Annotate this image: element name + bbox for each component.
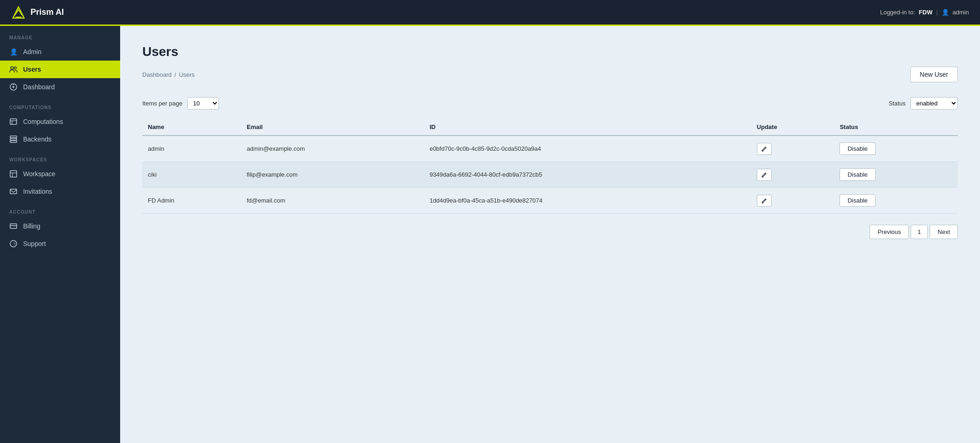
svg-point-2 xyxy=(11,67,13,69)
svg-text:?: ? xyxy=(13,242,16,246)
support-icon: ? xyxy=(9,240,18,248)
pagination: Previous 1 Next xyxy=(142,225,958,239)
table-row: FD Adminfd@email.com1dd4d9ea-bf0a-45ca-a… xyxy=(142,188,958,214)
row-2-status: Disable xyxy=(834,188,958,214)
sidebar-item-label-workspace: Workspace xyxy=(23,170,55,178)
breadcrumb-row: Dashboard / Users New User xyxy=(142,67,958,82)
sidebar-item-backends[interactable]: Backends xyxy=(0,130,120,148)
row-2-id: 1dd4d9ea-bf0a-45ca-a51b-e490de827074 xyxy=(424,188,751,214)
previous-button[interactable]: Previous xyxy=(870,225,909,239)
sidebar-item-support[interactable]: ?Support xyxy=(0,235,120,252)
users-icon xyxy=(9,65,18,74)
user-icon: 👤 xyxy=(942,9,949,16)
users-table: NameEmailIDUpdateStatus adminadmin@examp… xyxy=(142,119,958,214)
svg-rect-16 xyxy=(10,189,17,194)
next-button[interactable]: Next xyxy=(930,225,958,239)
breadcrumb-dashboard[interactable]: Dashboard xyxy=(142,71,172,78)
svg-rect-11 xyxy=(10,138,17,140)
col-header-name: Name xyxy=(142,119,241,135)
controls-row: Items per page 10 25 50 Status enabled d… xyxy=(142,97,958,110)
row-0-email: admin@example.com xyxy=(241,135,424,162)
table-header: NameEmailIDUpdateStatus xyxy=(142,119,958,135)
sidebar-section-manage: MANAGE xyxy=(0,26,120,43)
svg-rect-10 xyxy=(10,136,17,138)
sidebar-item-label-backends: Backends xyxy=(23,135,51,143)
table-header-row: NameEmailIDUpdateStatus xyxy=(142,119,958,135)
sidebar-section-account: ACCOUNT xyxy=(0,200,120,217)
svg-rect-17 xyxy=(10,224,17,228)
new-user-button[interactable]: New User xyxy=(910,67,958,82)
sidebar-item-label-billing: Billing xyxy=(23,222,40,230)
sidebar-item-label-users: Users xyxy=(23,66,41,73)
sidebar-item-label-dashboard: Dashboard xyxy=(23,83,55,91)
edit-button-1[interactable] xyxy=(757,169,772,181)
svg-rect-13 xyxy=(10,171,17,177)
breadcrumb-sep: / xyxy=(175,71,177,78)
topbar: Prism AI Logged-in to: FDW | 👤 admin xyxy=(0,0,980,26)
sidebar-item-label-invitations: Invitations xyxy=(23,188,52,195)
sidebar-item-label-support: Support xyxy=(23,240,46,247)
col-header-id: ID xyxy=(424,119,751,135)
row-0-id: e0bfd70c-9c0b-4c85-9d2c-0cda5020a9a4 xyxy=(424,135,751,162)
topbar-user-info: Logged-in to: FDW | 👤 admin xyxy=(880,9,969,16)
svg-rect-7 xyxy=(10,119,17,124)
row-0-status: Disable xyxy=(834,135,958,162)
items-per-page-select[interactable]: 10 25 50 xyxy=(187,97,219,110)
disable-button-2[interactable]: Disable xyxy=(840,194,875,207)
workspace-name: FDW xyxy=(919,9,933,16)
svg-point-5 xyxy=(12,86,14,88)
breadcrumb: Dashboard / Users xyxy=(142,71,195,78)
sidebar-item-admin[interactable]: 👤Admin xyxy=(0,43,120,61)
row-0-update xyxy=(751,135,834,162)
sidebar-section-computations: COMPUTATIONS xyxy=(0,96,120,113)
main-content: Users Dashboard / Users New User Items p… xyxy=(120,26,980,443)
person-icon: 👤 xyxy=(9,48,18,56)
items-per-page-label: Items per page xyxy=(142,100,183,107)
sidebar: MANAGE👤AdminUsersDashboardCOMPUTATIONSCo… xyxy=(0,26,120,443)
logo-icon xyxy=(11,5,26,20)
logged-in-label: Logged-in to: xyxy=(880,9,915,16)
row-2-update xyxy=(751,188,834,214)
billing-icon xyxy=(9,222,18,230)
sidebar-item-workspace[interactable]: Workspace xyxy=(0,165,120,183)
svg-point-3 xyxy=(14,67,17,69)
row-1-id: 9349da6a-6692-4044-80cf-edb9a7372cb5 xyxy=(424,162,751,188)
table-row: cikifilip@example.com9349da6a-6692-4044-… xyxy=(142,162,958,188)
username: admin xyxy=(953,9,969,16)
items-per-page-control: Items per page 10 25 50 xyxy=(142,97,219,110)
breadcrumb-users: Users xyxy=(179,71,195,78)
table-row: adminadmin@example.come0bfd70c-9c0b-4c85… xyxy=(142,135,958,162)
svg-rect-12 xyxy=(10,141,17,142)
row-1-status: Disable xyxy=(834,162,958,188)
status-label: Status xyxy=(889,100,906,107)
sidebar-section-workspaces: WORKSPACES xyxy=(0,148,120,165)
status-select[interactable]: enabled disabled all xyxy=(910,97,958,110)
sidebar-item-invitations[interactable]: Invitations xyxy=(0,183,120,200)
edit-button-2[interactable] xyxy=(757,195,772,207)
table-body: adminadmin@example.come0bfd70c-9c0b-4c85… xyxy=(142,135,958,214)
sidebar-item-computations[interactable]: Computations xyxy=(0,113,120,130)
sidebar-item-users[interactable]: Users xyxy=(0,61,120,78)
row-2-name: FD Admin xyxy=(142,188,241,214)
row-1-email: filip@example.com xyxy=(241,162,424,188)
invitations-icon xyxy=(9,187,18,196)
page-title: Users xyxy=(142,44,958,59)
row-1-update xyxy=(751,162,834,188)
row-0-name: admin xyxy=(142,135,241,162)
app-name: Prism AI xyxy=(30,7,64,17)
disable-button-0[interactable]: Disable xyxy=(840,142,875,155)
separator: | xyxy=(936,9,937,16)
col-header-email: Email xyxy=(241,119,424,135)
sidebar-item-billing[interactable]: Billing xyxy=(0,217,120,235)
sidebar-item-label-computations: Computations xyxy=(23,118,63,125)
edit-button-0[interactable] xyxy=(757,143,772,155)
computations-icon xyxy=(9,117,18,126)
col-header-status: Status xyxy=(834,119,958,135)
row-2-email: fd@email.com xyxy=(241,188,424,214)
status-filter: Status enabled disabled all xyxy=(889,97,958,110)
disable-button-1[interactable]: Disable xyxy=(840,168,875,181)
svg-marker-0 xyxy=(13,7,24,18)
sidebar-item-dashboard[interactable]: Dashboard xyxy=(0,78,120,96)
col-header-update: Update xyxy=(751,119,834,135)
workspace-icon xyxy=(9,170,18,178)
